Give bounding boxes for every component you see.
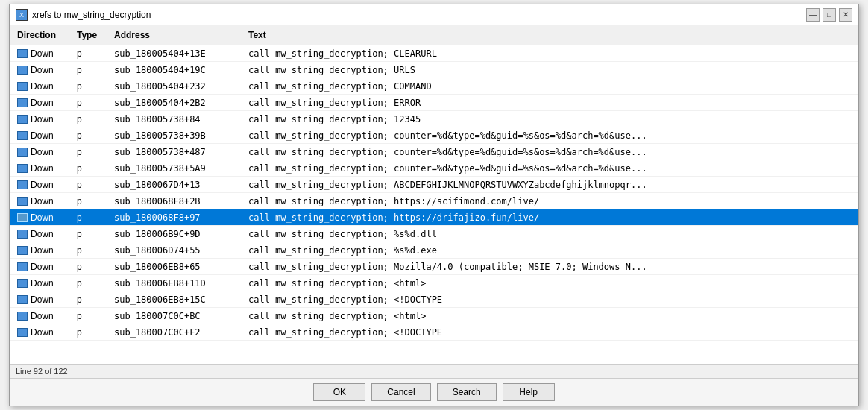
table-wrapper: Downpsub_180005404+13Ecall mw_string_dec…	[10, 45, 858, 364]
cell-address: sub_180006B9C+9D	[111, 228, 245, 240]
cancel-button[interactable]: Cancel	[371, 383, 430, 401]
cell-address: sub_180006EB8+65	[111, 261, 245, 273]
cell-type: p	[74, 327, 111, 338]
cell-direction: Down	[14, 97, 74, 109]
table-row[interactable]: Downpsub_180005404+2B2call mw_string_dec…	[10, 95, 858, 111]
cell-text: call mw_string_decryption; counter=%d&ty…	[245, 146, 854, 158]
xref-icon	[17, 164, 28, 173]
table-row[interactable]: Downpsub_180005738+487call mw_string_dec…	[10, 144, 858, 160]
cell-text: call mw_string_decryption; <html>	[245, 310, 854, 322]
xref-icon	[17, 279, 28, 288]
cell-text: call mw_string_decryption; %s%d.dll	[245, 228, 854, 240]
table-row[interactable]: Downpsub_180006EB8+65call mw_string_decr…	[10, 259, 858, 275]
cell-address: sub_180005404+19C	[111, 64, 245, 76]
cell-direction: Down	[14, 146, 74, 158]
cell-type: p	[74, 64, 111, 76]
cell-type: p	[74, 97, 111, 109]
table-row[interactable]: Downpsub_1800067D4+13call mw_string_decr…	[10, 177, 858, 193]
xref-icon	[17, 213, 28, 222]
window-icon: X	[16, 9, 28, 21]
ok-button[interactable]: OK	[313, 383, 365, 401]
cell-direction: Down	[14, 245, 74, 256]
xref-icon	[17, 180, 28, 189]
cell-direction: Down	[14, 179, 74, 191]
table-row[interactable]: Downpsub_180005738+84call mw_string_decr…	[10, 111, 858, 127]
table-row[interactable]: Downpsub_180005404+13Ecall mw_string_dec…	[10, 45, 858, 62]
cell-address: sub_180007C0C+F2	[111, 327, 245, 338]
table-row[interactable]: Downpsub_180006EB8+11Dcall mw_string_dec…	[10, 275, 858, 291]
xref-icon	[17, 262, 28, 271]
xref-icon	[17, 197, 28, 206]
cell-type: p	[74, 294, 111, 306]
cell-direction: Down	[14, 163, 74, 174]
table-row[interactable]: Downpsub_180006EB8+15Ccall mw_string_dec…	[10, 291, 858, 308]
cell-address: sub_180005738+84	[111, 113, 245, 125]
status-text: Line 92 of 122	[16, 367, 68, 376]
cell-type: p	[74, 146, 111, 158]
cell-type: p	[74, 81, 111, 92]
cell-text: call mw_string_decryption; ERROR	[245, 97, 854, 109]
header-direction: Direction	[14, 28, 74, 42]
cell-direction: Down	[14, 48, 74, 60]
cell-address: sub_180005404+13E	[111, 48, 245, 60]
xref-icon	[17, 312, 28, 321]
cell-address: sub_180006EB8+11D	[111, 277, 245, 289]
title-bar-left: X xrefs to mw_string_decryption	[16, 9, 151, 21]
cell-address: sub_180005404+2B2	[111, 97, 245, 109]
xref-icon	[17, 295, 28, 304]
cell-type: p	[74, 130, 111, 142]
cell-type: p	[74, 179, 111, 191]
cell-direction: Down	[14, 261, 74, 273]
cell-address: sub_1800067D4+13	[111, 179, 245, 191]
cell-direction: Down	[14, 130, 74, 142]
status-bar: Line 92 of 122	[10, 364, 858, 378]
column-headers: Direction Type Address Text	[10, 25, 858, 45]
cell-type: p	[74, 48, 111, 60]
xref-icon	[17, 246, 28, 255]
cell-type: p	[74, 113, 111, 125]
cell-direction: Down	[14, 195, 74, 207]
cell-direction: Down	[14, 228, 74, 240]
header-text: Text	[245, 28, 854, 42]
cell-text: call mw_string_decryption; <!DOCTYPE	[245, 294, 854, 306]
main-window: X xrefs to mw_string_decryption — □ ✕ Di…	[9, 4, 859, 406]
close-button[interactable]: ✕	[839, 8, 852, 22]
cell-text: call mw_string_decryption; <!DOCTYPE	[245, 327, 854, 338]
table-row[interactable]: Downpsub_1800068F8+2Bcall mw_string_decr…	[10, 193, 858, 209]
cell-text: call mw_string_decryption; 12345	[245, 113, 854, 125]
cell-direction: Down	[14, 113, 74, 125]
minimize-button[interactable]: —	[806, 8, 820, 22]
cell-direction: Down	[14, 310, 74, 322]
cell-type: p	[74, 310, 111, 322]
table-row[interactable]: Downpsub_180007C0C+F2call mw_string_decr…	[10, 324, 858, 341]
cell-address: sub_180005738+487	[111, 146, 245, 158]
cell-type: p	[74, 245, 111, 256]
table-row[interactable]: Downpsub_180006D74+55call mw_string_decr…	[10, 242, 858, 259]
help-button[interactable]: Help	[503, 383, 555, 401]
cell-text: call mw_string_decryption; CLEARURL	[245, 48, 854, 60]
xref-icon	[17, 131, 28, 140]
cell-text: call mw_string_decryption; counter=%d&ty…	[245, 163, 854, 174]
cell-text: call mw_string_decryption; https://drifa…	[245, 212, 854, 224]
cell-text: call mw_string_decryption; COMMAND	[245, 81, 854, 92]
cell-text: call mw_string_decryption; <html>	[245, 277, 854, 289]
search-button[interactable]: Search	[437, 383, 497, 401]
table-area[interactable]: Downpsub_180005404+13Ecall mw_string_dec…	[10, 45, 858, 364]
cell-direction: Down	[14, 327, 74, 338]
cell-text: call mw_string_decryption; counter=%d&ty…	[245, 130, 854, 142]
cell-type: p	[74, 195, 111, 207]
cell-address: sub_180005738+5A9	[111, 163, 245, 174]
table-row[interactable]: Downpsub_180005738+5A9call mw_string_dec…	[10, 160, 858, 177]
table-row[interactable]: Downpsub_180007C0C+BCcall mw_string_decr…	[10, 308, 858, 324]
table-row[interactable]: Downpsub_1800068F8+97call mw_string_decr…	[10, 209, 858, 226]
table-row[interactable]: Downpsub_180005404+19Ccall mw_string_dec…	[10, 62, 858, 78]
cell-type: p	[74, 277, 111, 289]
table-row[interactable]: Downpsub_180005404+232call mw_string_dec…	[10, 78, 858, 95]
maximize-button[interactable]: □	[823, 8, 836, 22]
cell-direction: Down	[14, 212, 74, 224]
table-row[interactable]: Downpsub_180006B9C+9Dcall mw_string_decr…	[10, 226, 858, 242]
cell-direction: Down	[14, 64, 74, 76]
xref-icon	[17, 148, 28, 157]
table-row[interactable]: Downpsub_180005738+39Bcall mw_string_dec…	[10, 127, 858, 144]
cell-address: sub_180006EB8+15C	[111, 294, 245, 306]
